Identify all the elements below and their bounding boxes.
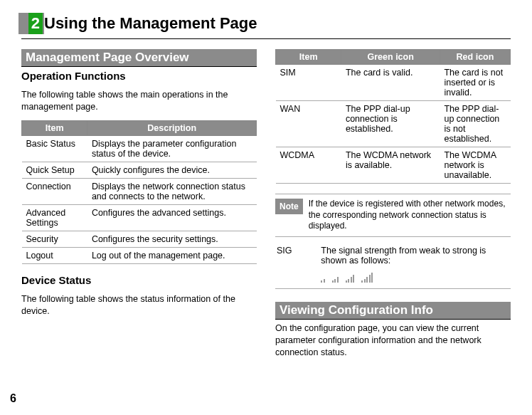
- signal-bars-icon: [346, 275, 355, 283]
- paragraph-status-intro: The following table shows the status inf…: [21, 293, 257, 317]
- cell-item: WCDMA: [276, 147, 341, 184]
- paragraph-config-info: On the configuration page, you can view …: [275, 322, 511, 359]
- sig-body: The signal strength from weak to strong …: [321, 246, 509, 283]
- cell-desc: Displays the network connection status a…: [87, 178, 257, 204]
- chapter-divider: [21, 38, 511, 39]
- cell-item: Advanced Settings: [22, 204, 87, 231]
- signal-strength-icons: [321, 271, 509, 283]
- cell-item: Security: [22, 231, 87, 247]
- cell-desc: Log out of the management page.: [87, 247, 257, 263]
- table-row: SIM The card is valid. The card is not i…: [276, 65, 511, 101]
- table-row: WCDMA The WCDMA network is available. Th…: [276, 147, 511, 184]
- cell-desc: Configures the security settings.: [87, 231, 257, 247]
- cell-item: WAN: [276, 101, 341, 147]
- paragraph-operations-intro: The following table shows the main opera…: [21, 89, 257, 113]
- col-header-red: Red icon: [440, 50, 510, 65]
- cell-item: Quick Setup: [22, 162, 87, 178]
- table-row: Basic Status Displays the parameter conf…: [22, 135, 257, 162]
- cell-green: The card is valid.: [341, 65, 440, 101]
- col-header-item: Item: [276, 50, 341, 65]
- cell-item: Logout: [22, 247, 87, 263]
- operations-table: Item Description Basic Status Displays t…: [21, 120, 257, 264]
- sig-label: SIG: [277, 246, 314, 256]
- subheading-operation-functions: Operation Functions: [21, 70, 257, 82]
- cell-item: Connection: [22, 178, 87, 204]
- table-row: Logout Log out of the management page.: [22, 247, 257, 263]
- status-icons-table: Item Green icon Red icon SIM The card is…: [275, 49, 511, 184]
- cell-desc: Configures the advanced settings.: [87, 204, 257, 231]
- col-header-item: Item: [22, 120, 87, 135]
- cell-item: SIM: [276, 65, 341, 101]
- table-row: Connection Displays the network connecti…: [22, 178, 257, 204]
- note-text: If the device is registered with other n…: [309, 199, 511, 232]
- note-tag: Note: [275, 199, 303, 214]
- left-column: Management Page Overview Operation Funct…: [21, 49, 257, 365]
- signal-bars-icon: [332, 277, 339, 283]
- cell-green: The PPP dial-up connection is establishe…: [341, 101, 440, 147]
- chapter-title: Using the Management Page: [44, 13, 257, 34]
- cell-red: The card is not inserted or is invalid.: [440, 65, 510, 101]
- signal-bars-icon: [321, 279, 325, 283]
- page-number: 6: [10, 392, 16, 405]
- chapter-header: 2 Using the Management Page: [18, 13, 511, 34]
- cell-desc: Displays the parameter configuration sta…: [87, 135, 257, 162]
- cell-red: The WCDMA network is unavailable.: [440, 147, 510, 184]
- section-heading-viewing-config: Viewing Configuration Info: [275, 302, 511, 320]
- cell-item: Basic Status: [22, 135, 87, 162]
- table-row: Security Configures the security setting…: [22, 231, 257, 247]
- chapter-number: 2: [28, 13, 43, 34]
- cell-green: The WCDMA network is available.: [341, 147, 440, 184]
- table-row: Advanced Settings Configures the advance…: [22, 204, 257, 231]
- chapter-badge: 2: [18, 13, 44, 34]
- section-heading-overview: Management Page Overview: [21, 49, 257, 67]
- two-column-layout: Management Page Overview Operation Funct…: [21, 49, 511, 365]
- sig-row: SIG The signal strength from weak to str…: [275, 243, 511, 289]
- subheading-device-status: Device Status: [21, 274, 257, 286]
- table-row: WAN The PPP dial-up connection is establ…: [276, 101, 511, 147]
- col-header-description: Description: [87, 120, 257, 135]
- cell-red: The PPP dial-up connection is not establ…: [440, 101, 510, 147]
- right-column: Item Green icon Red icon SIM The card is…: [275, 49, 511, 365]
- cell-desc: Quickly configures the device.: [87, 162, 257, 178]
- note-block: Note If the device is registered with ot…: [275, 194, 511, 237]
- table-row: Quick Setup Quickly configures the devic…: [22, 162, 257, 178]
- signal-bars-icon: [361, 273, 373, 283]
- col-header-green: Green icon: [341, 50, 440, 65]
- sig-text: The signal strength from weak to strong …: [321, 246, 509, 266]
